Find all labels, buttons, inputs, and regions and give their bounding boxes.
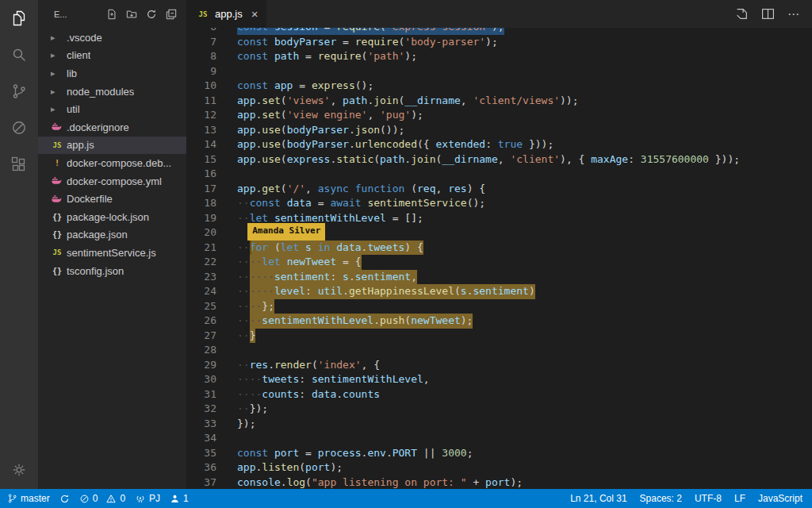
tree-item-util[interactable]: ▸util [38, 100, 186, 118]
code-line-13[interactable]: 13app.use(bodyParser.json()); [186, 123, 812, 138]
code-line-32[interactable]: 32··}); [186, 402, 812, 417]
tree-item-docker-compose-yml[interactable]: docker-compose.yml [38, 172, 186, 190]
token: + [467, 476, 485, 488]
code-line-8[interactable]: 8const path = require('path'); [186, 49, 812, 64]
line-number: 6 [186, 28, 216, 35]
new-folder-icon[interactable] [126, 9, 137, 20]
token: sentimentService [367, 197, 466, 209]
tree-item-client[interactable]: ▸client [38, 47, 186, 65]
token: let [250, 212, 268, 224]
code-line-14[interactable]: 14app.use(bodyParser.urlencoded({ extend… [186, 137, 812, 152]
token: 'path' [367, 50, 404, 62]
folder-chevron-icon: ▸ [51, 68, 56, 79]
code-line-9[interactable]: 9 [186, 64, 812, 79]
debug-icon[interactable] [0, 110, 38, 146]
token: , [330, 94, 343, 106]
token: 31557600000 [641, 153, 709, 165]
settings-gear-icon[interactable] [0, 451, 38, 489]
token: json [355, 124, 380, 136]
token: ); [411, 109, 423, 121]
token [299, 241, 305, 253]
code-editor[interactable]: 6const session = require('express-sessio… [186, 28, 812, 489]
code-line-18[interactable]: 18··const data = await sentimentService(… [186, 196, 812, 211]
encoding[interactable]: UTF-8 [695, 493, 722, 504]
code-tokens: ··res.render('index', { [237, 358, 380, 373]
tree-item-lib[interactable]: ▸lib [38, 64, 186, 83]
close-tab-icon[interactable]: × [251, 7, 259, 21]
token: ); [492, 28, 504, 33]
refresh-icon[interactable] [146, 9, 157, 20]
code-line-22[interactable]: 22····let newTweet = { [186, 255, 812, 270]
source-control-icon[interactable] [0, 73, 38, 110]
token: sentiment [274, 271, 330, 283]
code-text: ··} [237, 329, 255, 344]
code-tokens: ····}; [237, 299, 274, 314]
code-line-24[interactable]: 24······level: util.getHappinessLevel(s.… [186, 284, 812, 299]
code-line-12[interactable]: 12app.set('view engine', 'pug'); [186, 108, 812, 123]
code-line-31[interactable]: 31····counts: data.counts [186, 387, 812, 402]
tree-item-tsconfig-json[interactable]: {}tsconfig.json [38, 262, 186, 280]
tab-bar: JS app.js × ⋯ [186, 0, 812, 28]
token: ), { [560, 153, 591, 165]
code-text: const bodyParser = require('body-parser'… [237, 35, 498, 50]
token: ( [281, 183, 287, 194]
tree-item-docker-compose-deb[interactable]: !docker-compose.deb... [38, 154, 186, 172]
token: , [411, 271, 417, 283]
extensions-icon[interactable] [0, 146, 38, 183]
tree-item-label: sentimentService.js [67, 247, 156, 259]
code-line-29[interactable]: 29··res.render('index', { [186, 358, 812, 373]
code-line-25[interactable]: 25····}; [186, 299, 812, 314]
explorer-icon[interactable] [0, 0, 38, 37]
tree-item-package-json[interactable]: {}package.json [38, 226, 186, 244]
new-file-icon[interactable] [106, 9, 117, 20]
sync-status[interactable] [59, 494, 70, 504]
code-line-33[interactable]: 33}); [186, 417, 812, 432]
collapse-all-icon[interactable] [166, 9, 177, 20]
editor-group: JS app.js × ⋯ [186, 0, 812, 489]
code-line-34[interactable]: 34 [186, 431, 812, 446]
code-line-6[interactable]: 6const session = require('express-sessio… [186, 28, 812, 35]
tree-item-node-modules[interactable]: ▸node_modules [38, 83, 186, 101]
token: data [312, 388, 336, 400]
code-line-30[interactable]: 30····tweets: sentimentWithLevel, [186, 372, 812, 387]
language-mode[interactable]: JavaScript [758, 493, 802, 504]
open-changes-icon[interactable] [735, 7, 749, 21]
code-line-21[interactable]: 21··for (let s in data.tweets) {Amanda S… [186, 241, 812, 256]
code-line-10[interactable]: 10const app = express(); [186, 79, 812, 94]
git-branch-status[interactable]: master [7, 493, 50, 504]
indentation[interactable]: Spaces: 2 [640, 493, 682, 504]
code-line-16[interactable]: 16 [186, 167, 812, 182]
code-text: const path = require('path'); [237, 49, 417, 64]
split-editor-icon[interactable] [761, 7, 775, 21]
token: ( [281, 94, 287, 106]
code-text: app.listen(port); [237, 460, 343, 475]
tree-item-package-lock-json[interactable]: {}package-lock.json [38, 208, 186, 226]
js-file-icon: JS [197, 10, 209, 18]
liveshare-session[interactable]: PJ [135, 493, 160, 504]
tab-app-js[interactable]: JS app.js × [186, 0, 266, 28]
code-line-17[interactable]: 17app.get('/', async function (req, res)… [186, 182, 812, 197]
tree-item-dockerignore[interactable]: .dockerignore [38, 118, 186, 137]
search-icon[interactable] [0, 37, 38, 73]
code-line-28[interactable]: 28 [186, 343, 812, 358]
eol-sequence[interactable]: LF [734, 493, 745, 504]
more-actions-icon[interactable]: ⋯ [787, 7, 800, 21]
tree-item-dockerfile[interactable]: Dockerfile [38, 190, 186, 208]
code-line-7[interactable]: 7const bodyParser = require('body-parser… [186, 35, 812, 50]
cursor-position[interactable]: Ln 21, Col 31 [570, 493, 626, 504]
tree-item-vscode[interactable]: ▸.vscode [38, 29, 186, 47]
token: } [250, 329, 256, 341]
tree-item-sentimentservice-js[interactable]: JSsentimentService.js [38, 244, 186, 262]
code-line-26[interactable]: 26····sentimentWithLevel.push(newTweet); [186, 314, 812, 329]
folder-chevron-icon: ▸ [51, 50, 56, 60]
problems-status[interactable]: 0 0 [79, 493, 125, 504]
code-line-37[interactable]: 37console.log("app listening on port: " … [186, 475, 812, 490]
code-line-35[interactable]: 35const port = process.env.PORT || 3000; [186, 446, 812, 461]
code-line-15[interactable]: 15app.use(express.static(path.join(__dir… [186, 152, 812, 167]
code-line-23[interactable]: 23······sentiment: s.sentiment, [186, 270, 812, 285]
participants-status[interactable]: 1 [170, 493, 189, 504]
tree-item-app-js[interactable]: JSapp.js [38, 137, 186, 155]
code-line-27[interactable]: 27··} [186, 329, 812, 344]
code-line-36[interactable]: 36app.listen(port); [186, 460, 812, 475]
code-line-11[interactable]: 11app.set('views', path.join(__dirname, … [186, 94, 812, 109]
